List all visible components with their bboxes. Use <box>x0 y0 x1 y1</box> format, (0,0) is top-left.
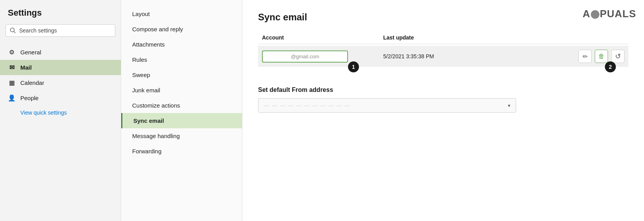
delete-icon: 🗑 <box>598 53 605 60</box>
col-last-update-header: Last update <box>383 34 628 41</box>
table-row: @gmail.com 5/2/2021 3:35:38 PM ✏ 🗑 ↺ 1 2 <box>258 46 628 67</box>
middle-item-customize-actions[interactable]: Customize actions <box>121 98 242 113</box>
last-update-cell: 5/2/2021 3:35:38 PM <box>383 53 578 59</box>
middle-item-sweep[interactable]: Sweep <box>121 67 242 83</box>
search-box[interactable]: Search settings <box>5 24 115 37</box>
sidebar-item-label-people: People <box>20 95 39 101</box>
sidebar-item-general[interactable]: ⚙ General <box>0 45 121 60</box>
account-cell: @gmail.com <box>258 50 383 63</box>
search-icon <box>10 27 16 34</box>
section-label-from-address: Set default From address <box>258 86 628 93</box>
sidebar-item-mail[interactable]: ✉ Mail <box>0 60 121 75</box>
from-address-value: — — — — — — — — — — — <box>264 102 350 108</box>
sidebar-item-label-mail: Mail <box>20 64 32 71</box>
page-title: Sync email <box>258 12 628 23</box>
sidebar-item-people[interactable]: 👤 People <box>0 90 121 106</box>
gear-icon: ⚙ <box>8 49 16 56</box>
mail-icon: ✉ <box>8 64 16 71</box>
sidebar-item-calendar[interactable]: ▦ Calendar <box>0 75 121 90</box>
badge-number-2: 2 <box>605 61 616 72</box>
col-account-header: Account <box>258 34 383 41</box>
appuals-logo: APUALS <box>583 8 636 20</box>
people-icon: 👤 <box>8 94 16 102</box>
middle-item-forwarding[interactable]: Forwarding <box>121 144 242 159</box>
account-badge: @gmail.com <box>262 50 348 63</box>
middle-item-sync-email[interactable]: Sync email <box>121 113 242 128</box>
sidebar-title: Settings <box>0 8 121 24</box>
calendar-icon: ▦ <box>8 79 16 86</box>
table-headers: Account Last update <box>258 34 628 44</box>
middle-item-layout[interactable]: Layout <box>121 6 242 22</box>
sidebar-item-label-general: General <box>20 49 41 56</box>
middle-item-message-handling[interactable]: Message handling <box>121 128 242 144</box>
search-input-label: Search settings <box>19 27 111 34</box>
middle-item-rules[interactable]: Rules <box>121 52 242 67</box>
refresh-icon: ↺ <box>615 52 621 61</box>
sidebar: Settings Search settings ⚙ General ✉ Mai… <box>0 0 121 221</box>
edit-button[interactable]: ✏ <box>578 50 592 63</box>
row-actions: ✏ 🗑 ↺ <box>578 50 624 63</box>
middle-item-compose-reply[interactable]: Compose and reply <box>121 22 242 37</box>
chevron-down-icon: ▾ <box>508 103 510 108</box>
edit-icon: ✏ <box>583 53 588 60</box>
sidebar-item-label-calendar: Calendar <box>20 79 44 86</box>
refresh-button[interactable]: ↺ <box>611 50 624 63</box>
badge-number-1: 1 <box>348 61 359 72</box>
middle-item-attachments[interactable]: Attachments <box>121 37 242 52</box>
from-address-dropdown[interactable]: — — — — — — — — — — — ▾ <box>258 98 516 113</box>
middle-item-junk-email[interactable]: Junk email <box>121 83 242 98</box>
middle-panel: Layout Compose and reply Attachments Rul… <box>121 0 242 221</box>
main-content: Sync email Account Last update @gmail.co… <box>242 0 644 221</box>
view-quick-settings[interactable]: View quick settings <box>13 106 121 120</box>
delete-button[interactable]: 🗑 <box>595 50 608 63</box>
svg-line-1 <box>14 32 16 33</box>
